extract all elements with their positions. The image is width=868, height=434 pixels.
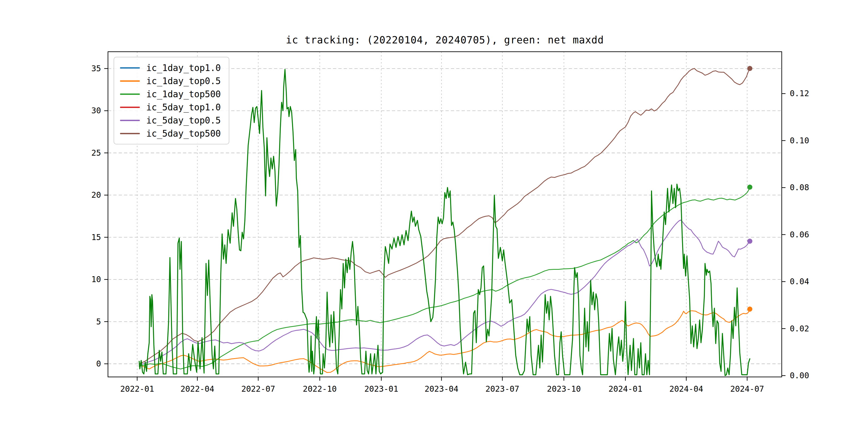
x-tick-label: 2023-04 (425, 384, 458, 394)
legend-swatch-icon (120, 133, 140, 134)
legend-label: ic_1day_top1.0 (146, 63, 221, 73)
series-end-marker-ic-5day-top500 (747, 66, 752, 71)
right-tick-label: 0.12 (790, 89, 809, 98)
legend-item-ic-1day-top1-0: ic_1day_top1.0 (120, 63, 221, 73)
series-group (139, 66, 752, 376)
left-tick-label: 25 (91, 148, 101, 157)
legend-label: ic_1day_top0.5 (146, 76, 221, 86)
series-line-ic-1day-top500 (139, 187, 750, 369)
left-tick-label: 30 (91, 106, 101, 115)
left-tick-label: 15 (91, 232, 101, 242)
right-tick-label: 0.08 (790, 183, 809, 192)
legend-label: ic_5day_top0.5 (146, 115, 221, 126)
left-tick-label: 20 (91, 190, 101, 199)
x-tick-label: 2022-01 (120, 384, 154, 394)
legend-item-ic-1day-top500: ic_1day_top500 (120, 89, 221, 99)
series-end-marker-ic-5day-top0-5 (747, 239, 752, 244)
legend-item-ic-5day-top0-5: ic_5day_top0.5 (120, 115, 221, 125)
right-tick-label: 0.00 (790, 371, 809, 380)
legend-swatch-icon (120, 93, 140, 95)
x-tick-label: 2022-04 (180, 384, 214, 394)
series-line-ic-5day-top0-5 (139, 220, 750, 365)
x-tick-label: 2024-01 (609, 384, 642, 394)
right-tick-label: 0.10 (790, 136, 809, 145)
left-tick-label: 5 (96, 317, 101, 326)
series-line-ic-1day-top0-5 (139, 309, 750, 373)
x-tick-label: 2024-04 (669, 384, 703, 394)
x-tick-label: 2022-10 (303, 384, 337, 394)
legend-item-ic-1day-top0-5: ic_1day_top0.5 (120, 76, 221, 86)
legend-swatch-icon (120, 81, 140, 82)
series-line-net-maxdd (139, 69, 750, 376)
x-tick-label: 2022-07 (241, 384, 275, 394)
legend-label: ic_5day_top500 (146, 128, 221, 139)
series-end-marker-ic-1day-top500 (747, 185, 752, 190)
legend-item-ic-5day-top1-0: ic_5day_top1.0 (120, 102, 221, 112)
chart-legend: ic_1day_top1.0ic_1day_top0.5ic_1day_top5… (114, 57, 229, 145)
right-tick-label: 0.04 (790, 277, 809, 286)
series-line-ic-5day-top500 (139, 69, 750, 364)
series-end-marker-ic-1day-top0-5 (747, 307, 752, 312)
right-tick-label: 0.02 (790, 324, 809, 333)
left-tick-label: 0 (96, 359, 101, 368)
legend-swatch-icon (120, 120, 140, 121)
legend-swatch-icon (120, 67, 140, 69)
legend-label: ic_1day_top500 (146, 89, 221, 99)
x-tick-label: 2023-07 (486, 384, 519, 394)
legend-item-ic-5day-top500: ic_5day_top500 (120, 128, 221, 138)
x-tick-label: 2024-07 (730, 384, 764, 394)
chart-figure: ic tracking: (20220104, 20240705), green… (0, 0, 868, 434)
left-tick-label: 35 (91, 64, 101, 73)
x-tick-label: 2023-10 (547, 384, 581, 394)
legend-label: ic_5day_top1.0 (146, 102, 221, 113)
legend-swatch-icon (120, 106, 140, 108)
x-tick-label: 2023-01 (364, 384, 398, 394)
left-tick-label: 10 (91, 275, 101, 284)
right-tick-label: 0.06 (790, 230, 809, 239)
